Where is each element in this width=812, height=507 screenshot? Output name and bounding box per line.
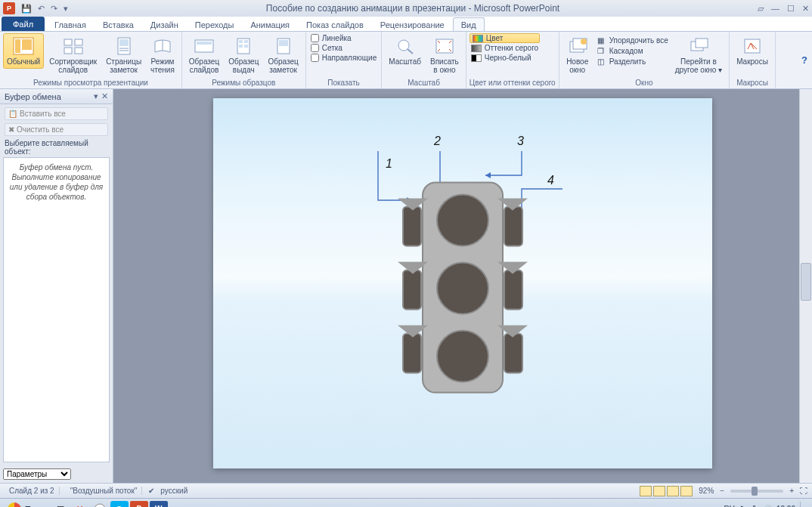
split-button[interactable]: ◫Разделить [594, 56, 670, 66]
zoom-icon [394, 36, 417, 57]
tab-transitions[interactable]: Переходы [187, 17, 243, 31]
zoom-slider[interactable] [730, 490, 783, 493]
save-icon[interactable]: 💾 [21, 4, 32, 14]
normal-view-btn[interactable] [640, 486, 652, 496]
switch-window-button[interactable]: Перейти в другое окно ▾ [671, 33, 726, 76]
ruler-checkbox[interactable]: Линейка [309, 33, 379, 43]
taskbar-app-1[interactable]: ▦ [51, 501, 70, 508]
workspace: Буфер обмена ▾✕ 📋Вставить все ✖Очистить … [0, 89, 812, 483]
slide-sorter-icon [62, 36, 85, 57]
panel-title: Буфер обмена [5, 92, 61, 101]
new-window-button[interactable]: Новое окно [563, 33, 593, 76]
tab-view[interactable]: Вид [453, 17, 485, 31]
clear-icon: ✖ [8, 125, 14, 134]
undo-icon[interactable]: ↶ [38, 4, 45, 14]
slide-canvas[interactable]: 1 2 3 4 [213, 98, 712, 468]
cascade-button[interactable]: ❐Каскадом [594, 45, 670, 56]
svg-rect-1 [15, 39, 20, 53]
notes-page-button[interactable]: Страницы заметок [102, 33, 145, 76]
sorter-view-btn[interactable] [653, 486, 665, 496]
svg-rect-2 [22, 39, 32, 50]
redo-icon[interactable]: ↷ [51, 4, 57, 14]
group-label-views: Режимы просмотра презентации [3, 78, 178, 88]
taskbar-chrome[interactable] [91, 501, 109, 508]
macros-button[interactable]: Макросы [733, 33, 772, 69]
params-dropdown[interactable]: Параметры [3, 468, 71, 480]
vertical-scrollbar[interactable] [799, 89, 812, 483]
zoom-in-button[interactable]: + [789, 487, 794, 495]
language-indicator[interactable]: русский [160, 487, 188, 495]
ribbon-minimize-icon[interactable]: ▱ [758, 4, 764, 14]
start-button[interactable]: Пуск [2, 501, 50, 508]
panel-dropdown-icon[interactable]: ▾ [94, 91, 98, 101]
fit-window-button[interactable]: Вписать в окно [426, 33, 463, 76]
taskbar-powerpoint[interactable]: P [130, 501, 148, 508]
svg-rect-8 [119, 39, 129, 46]
panel-select-label: Выберите вставляемый объект: [0, 136, 113, 157]
group-label-color: Цвет или оттенки серого [470, 78, 556, 88]
panel-close-icon[interactable]: ✕ [101, 91, 108, 101]
window-title: Пособие по созданию анимации в презентац… [68, 3, 758, 14]
normal-view-label: Обычный [7, 58, 40, 66]
reading-view-button[interactable]: Режим чтения [147, 33, 178, 76]
normal-view-button[interactable]: Обычный [3, 33, 44, 69]
group-label-window: Окно [563, 78, 726, 88]
tab-file[interactable]: Файл [2, 17, 45, 31]
svg-point-34 [95, 504, 105, 508]
zoom-level[interactable]: 92% [699, 487, 714, 495]
notes-master-label: Образец заметок [268, 58, 298, 74]
tab-slideshow[interactable]: Показ слайдов [298, 17, 372, 31]
traffic-light-shape[interactable] [422, 182, 504, 394]
taskbar-skype[interactable]: S [110, 501, 129, 508]
grayscale-option[interactable]: Оттенки серого [470, 43, 540, 53]
maximize-button[interactable]: ☐ [787, 4, 795, 14]
paste-icon: 📋 [8, 110, 17, 118]
handout-master-button[interactable]: Образец выдач [225, 33, 262, 76]
title-bar: P 💾 ↶ ↷ ▾ Пособие по созданию анимации в… [0, 0, 812, 17]
show-desktop-button[interactable] [800, 502, 807, 508]
slide-sorter-label: Сортировщик слайдов [49, 58, 97, 74]
slide-master-button[interactable]: Образец слайдов [185, 33, 223, 76]
arrange-all-button[interactable]: ▦Упорядочить все [594, 35, 670, 45]
handout-master-icon [232, 36, 255, 57]
svg-rect-15 [239, 40, 243, 43]
tab-insert[interactable]: Вставка [95, 17, 142, 31]
fit-slide-button[interactable]: ⛶ [800, 487, 807, 495]
macros-icon [741, 36, 764, 57]
zoom-out-button[interactable]: − [720, 487, 724, 495]
guides-checkbox[interactable]: Направляющие [309, 53, 379, 63]
reading-view-btn[interactable] [667, 486, 679, 496]
callout-2: 2 [434, 134, 441, 148]
close-button[interactable]: ✕ [802, 4, 809, 14]
group-label-macros: Макросы [733, 78, 772, 88]
tab-home[interactable]: Главная [46, 17, 95, 31]
bw-option[interactable]: Черно-белый [470, 53, 540, 63]
spellcheck-icon[interactable]: ✔ [148, 487, 154, 495]
slide-stage[interactable]: 1 2 3 4 [113, 89, 812, 483]
tab-animation[interactable]: Анимация [242, 17, 298, 31]
minimize-button[interactable]: — [771, 4, 779, 14]
clear-all-button[interactable]: ✖Очистить все [5, 123, 108, 136]
slide-indicator[interactable]: Слайд 2 из 2 [5, 487, 60, 495]
taskbar-yandex[interactable]: Y [71, 501, 89, 508]
system-tray: RU ⚑ 🖧 🔊 10:06 [724, 502, 810, 508]
notes-master-button[interactable]: Образец заметок [264, 33, 302, 76]
zoom-button[interactable]: Масштаб [385, 33, 425, 69]
tab-review[interactable]: Рецензирование [372, 17, 453, 31]
paste-all-button[interactable]: 📋Вставить все [5, 107, 108, 120]
svg-rect-18 [244, 45, 248, 48]
zoom-label: Масштаб [389, 58, 421, 66]
tab-design[interactable]: Дизайн [142, 17, 187, 31]
ribbon-tabs: Файл Главная Вставка Дизайн Переходы Ани… [0, 17, 812, 32]
help-icon[interactable]: ? [801, 54, 807, 66]
color-option[interactable]: Цвет [470, 33, 540, 43]
slideshow-view-btn[interactable] [680, 486, 693, 496]
arrange-all-icon: ▦ [596, 35, 606, 45]
svg-marker-32 [485, 172, 491, 178]
theme-indicator[interactable]: "Воздушный поток" [66, 487, 143, 495]
svg-rect-17 [239, 45, 243, 48]
slide-sorter-button[interactable]: Сортировщик слайдов [45, 33, 101, 76]
new-window-label: Новое окно [566, 58, 588, 74]
taskbar-word[interactable]: W [150, 501, 168, 508]
grid-checkbox[interactable]: Сетка [309, 43, 379, 53]
